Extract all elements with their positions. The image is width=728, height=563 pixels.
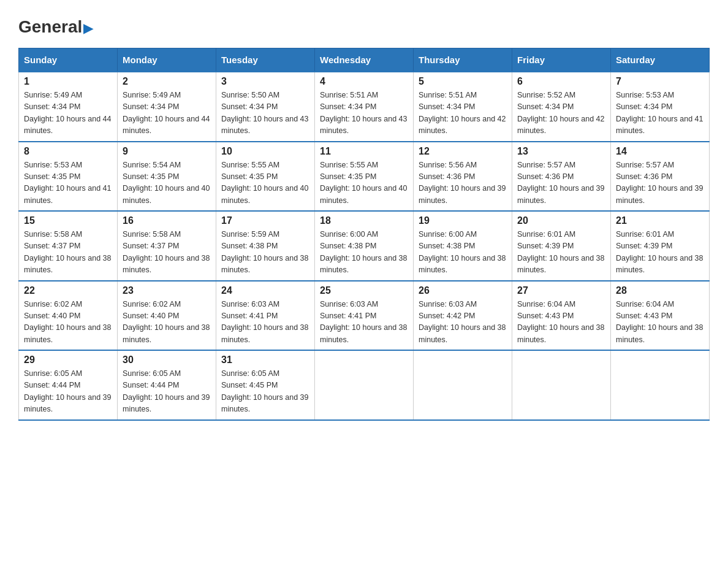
day-info: Sunrise: 5:58 AMSunset: 4:37 PMDaylight:… — [24, 229, 112, 277]
weekday-header-wednesday: Wednesday — [315, 48, 414, 72]
calendar-cell: 8 Sunrise: 5:53 AMSunset: 4:35 PMDayligh… — [19, 142, 118, 212]
week-row-2: 8 Sunrise: 5:53 AMSunset: 4:35 PMDayligh… — [19, 142, 710, 212]
general-word: General — [18, 17, 82, 36]
day-info: Sunrise: 5:53 AMSunset: 4:35 PMDaylight:… — [24, 159, 112, 207]
day-info: Sunrise: 6:03 AMSunset: 4:41 PMDaylight:… — [320, 299, 408, 347]
day-info: Sunrise: 5:51 AMSunset: 4:34 PMDaylight:… — [320, 90, 408, 137]
day-number: 20 — [517, 215, 605, 226]
day-number: 23 — [123, 285, 211, 296]
calendar-cell: 29 Sunrise: 6:05 AMSunset: 4:44 PMDaylig… — [19, 350, 118, 420]
day-number: 3 — [221, 76, 309, 87]
day-number: 25 — [320, 285, 408, 296]
day-info: Sunrise: 6:03 AMSunset: 4:41 PMDaylight:… — [221, 299, 309, 347]
calendar-cell: 30 Sunrise: 6:05 AMSunset: 4:44 PMDaylig… — [118, 350, 216, 420]
calendar-cell: 21 Sunrise: 6:01 AMSunset: 4:39 PMDaylig… — [611, 211, 710, 281]
logo-general-text: General▶ — [18, 18, 93, 36]
calendar-cell: 17 Sunrise: 5:59 AMSunset: 4:38 PMDaylig… — [216, 211, 315, 281]
day-number: 26 — [419, 285, 507, 296]
calendar-cell: 22 Sunrise: 6:02 AMSunset: 4:40 PMDaylig… — [19, 281, 118, 351]
day-number: 1 — [24, 76, 112, 87]
day-info: Sunrise: 6:04 AMSunset: 4:43 PMDaylight:… — [517, 299, 605, 347]
calendar-cell — [414, 350, 512, 420]
calendar-table: SundayMondayTuesdayWednesdayThursdayFrid… — [18, 48, 710, 421]
day-info: Sunrise: 5:49 AMSunset: 4:34 PMDaylight:… — [123, 90, 211, 137]
day-number: 6 — [517, 76, 605, 87]
header: General▶ — [18, 18, 710, 36]
logo-triangle-icon: ▶ — [83, 22, 93, 34]
day-info: Sunrise: 5:49 AMSunset: 4:34 PMDaylight:… — [24, 90, 112, 137]
weekday-header-sunday: Sunday — [19, 48, 118, 72]
day-info: Sunrise: 5:57 AMSunset: 4:36 PMDaylight:… — [616, 159, 704, 207]
day-number: 17 — [221, 215, 309, 226]
weekday-header-tuesday: Tuesday — [216, 48, 315, 72]
day-info: Sunrise: 5:55 AMSunset: 4:35 PMDaylight:… — [320, 159, 408, 207]
day-number: 18 — [320, 215, 408, 226]
day-info: Sunrise: 5:56 AMSunset: 4:36 PMDaylight:… — [419, 159, 507, 207]
day-number: 14 — [616, 146, 704, 157]
calendar-cell: 4 Sunrise: 5:51 AMSunset: 4:34 PMDayligh… — [315, 72, 414, 142]
day-info: Sunrise: 5:54 AMSunset: 4:35 PMDaylight:… — [123, 159, 211, 207]
weekday-header-monday: Monday — [118, 48, 216, 72]
day-info: Sunrise: 6:05 AMSunset: 4:44 PMDaylight:… — [24, 368, 112, 416]
calendar-cell: 7 Sunrise: 5:53 AMSunset: 4:34 PMDayligh… — [611, 72, 710, 142]
calendar-cell: 14 Sunrise: 5:57 AMSunset: 4:36 PMDaylig… — [611, 142, 710, 212]
day-number: 29 — [24, 354, 112, 366]
calendar-cell: 15 Sunrise: 5:58 AMSunset: 4:37 PMDaylig… — [19, 211, 118, 281]
day-info: Sunrise: 5:58 AMSunset: 4:37 PMDaylight:… — [123, 229, 211, 277]
calendar-cell: 6 Sunrise: 5:52 AMSunset: 4:34 PMDayligh… — [512, 72, 611, 142]
calendar-cell: 3 Sunrise: 5:50 AMSunset: 4:34 PMDayligh… — [216, 72, 315, 142]
day-info: Sunrise: 5:57 AMSunset: 4:36 PMDaylight:… — [517, 159, 605, 207]
day-number: 13 — [517, 146, 605, 157]
calendar-cell: 28 Sunrise: 6:04 AMSunset: 4:43 PMDaylig… — [611, 281, 710, 351]
day-number: 22 — [24, 285, 112, 296]
day-number: 31 — [221, 354, 309, 366]
calendar-cell: 12 Sunrise: 5:56 AMSunset: 4:36 PMDaylig… — [414, 142, 512, 212]
day-info: Sunrise: 6:04 AMSunset: 4:43 PMDaylight:… — [616, 299, 704, 347]
calendar-cell: 5 Sunrise: 5:51 AMSunset: 4:34 PMDayligh… — [414, 72, 512, 142]
day-info: Sunrise: 5:59 AMSunset: 4:38 PMDaylight:… — [221, 229, 309, 277]
day-number: 2 — [123, 76, 211, 87]
weekday-header-thursday: Thursday — [414, 48, 512, 72]
day-number: 9 — [123, 146, 211, 157]
calendar-cell — [315, 350, 414, 420]
day-number: 30 — [123, 354, 211, 366]
day-number: 8 — [24, 146, 112, 157]
day-number: 21 — [616, 215, 704, 226]
day-info: Sunrise: 5:50 AMSunset: 4:34 PMDaylight:… — [221, 90, 309, 137]
day-info: Sunrise: 5:52 AMSunset: 4:34 PMDaylight:… — [517, 90, 605, 137]
day-info: Sunrise: 6:00 AMSunset: 4:38 PMDaylight:… — [419, 229, 507, 277]
day-info: Sunrise: 6:01 AMSunset: 4:39 PMDaylight:… — [616, 229, 704, 277]
day-info: Sunrise: 6:00 AMSunset: 4:38 PMDaylight:… — [320, 229, 408, 277]
day-info: Sunrise: 5:53 AMSunset: 4:34 PMDaylight:… — [616, 90, 704, 137]
calendar-cell: 20 Sunrise: 6:01 AMSunset: 4:39 PMDaylig… — [512, 211, 611, 281]
day-number: 15 — [24, 215, 112, 226]
calendar-cell — [611, 350, 710, 420]
weekday-header-friday: Friday — [512, 48, 611, 72]
calendar-cell: 11 Sunrise: 5:55 AMSunset: 4:35 PMDaylig… — [315, 142, 414, 212]
day-number: 19 — [419, 215, 507, 226]
calendar-cell: 24 Sunrise: 6:03 AMSunset: 4:41 PMDaylig… — [216, 281, 315, 351]
day-number: 16 — [123, 215, 211, 226]
calendar-cell: 16 Sunrise: 5:58 AMSunset: 4:37 PMDaylig… — [118, 211, 216, 281]
day-number: 11 — [320, 146, 408, 157]
calendar-cell: 13 Sunrise: 5:57 AMSunset: 4:36 PMDaylig… — [512, 142, 611, 212]
day-number: 24 — [221, 285, 309, 296]
calendar-cell: 18 Sunrise: 6:00 AMSunset: 4:38 PMDaylig… — [315, 211, 414, 281]
day-info: Sunrise: 6:02 AMSunset: 4:40 PMDaylight:… — [123, 299, 211, 347]
calendar-cell: 25 Sunrise: 6:03 AMSunset: 4:41 PMDaylig… — [315, 281, 414, 351]
calendar-cell: 10 Sunrise: 5:55 AMSunset: 4:35 PMDaylig… — [216, 142, 315, 212]
logo: General▶ — [18, 18, 93, 36]
calendar-cell: 23 Sunrise: 6:02 AMSunset: 4:40 PMDaylig… — [118, 281, 216, 351]
day-number: 12 — [419, 146, 507, 157]
calendar-cell: 19 Sunrise: 6:00 AMSunset: 4:38 PMDaylig… — [414, 211, 512, 281]
calendar-cell: 2 Sunrise: 5:49 AMSunset: 4:34 PMDayligh… — [118, 72, 216, 142]
day-number: 7 — [616, 76, 704, 87]
week-row-5: 29 Sunrise: 6:05 AMSunset: 4:44 PMDaylig… — [19, 350, 710, 420]
day-number: 5 — [419, 76, 507, 87]
day-number: 4 — [320, 76, 408, 87]
weekday-header-saturday: Saturday — [611, 48, 710, 72]
day-info: Sunrise: 6:02 AMSunset: 4:40 PMDaylight:… — [24, 299, 112, 347]
calendar-cell: 26 Sunrise: 6:03 AMSunset: 4:42 PMDaylig… — [414, 281, 512, 351]
week-row-3: 15 Sunrise: 5:58 AMSunset: 4:37 PMDaylig… — [19, 211, 710, 281]
calendar-cell — [512, 350, 611, 420]
